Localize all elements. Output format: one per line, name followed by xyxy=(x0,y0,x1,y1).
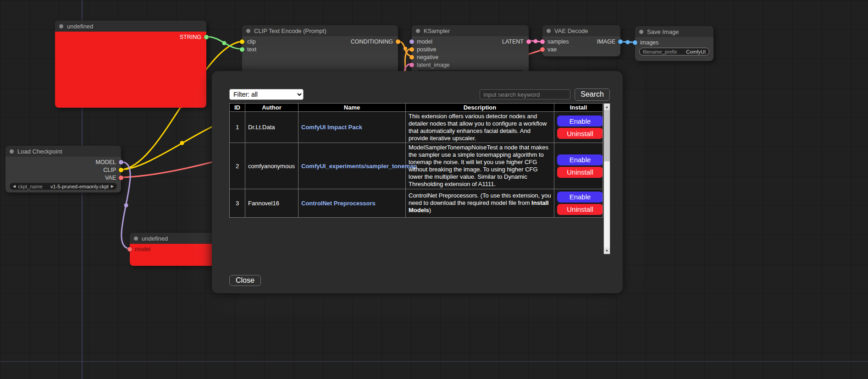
input-slot-model[interactable]: model xyxy=(409,38,432,45)
latent-slot-dot[interactable] xyxy=(526,39,531,44)
scroll-up-icon[interactable]: ▲ xyxy=(604,104,610,110)
description-text: ControlNet Preprocessors. (To use this e… xyxy=(409,192,551,206)
scrollbar-thumb[interactable] xyxy=(604,110,610,161)
uninstall-button[interactable]: Uninstall xyxy=(557,204,603,215)
enable-button[interactable]: Enable xyxy=(557,192,603,203)
output-slot-vae[interactable]: VAE xyxy=(105,175,123,181)
string-slot-dot[interactable] xyxy=(204,35,209,39)
clip-slot-dot[interactable] xyxy=(240,39,244,44)
widget-right-arrow-icon[interactable]: ▶ xyxy=(111,184,114,188)
cell-id: 1 xyxy=(230,112,245,143)
output-slot-clip[interactable]: CLIP xyxy=(103,167,123,173)
table-scrollbar[interactable]: ▲ ▼ xyxy=(603,103,610,254)
node-title: Save Image xyxy=(647,28,679,35)
link-midpoint xyxy=(626,40,630,44)
extension-link[interactable]: ComfyUI_experiments/sampler_tonemap xyxy=(301,163,417,170)
output-slot-model[interactable]: MODEL xyxy=(96,159,123,165)
node-load-checkpoint[interactable]: Load Checkpoint MODEL CLIP VAE ◀ ckpt_na… xyxy=(6,146,121,192)
link-midpoint xyxy=(222,41,227,45)
cell-install: EnableUninstall xyxy=(554,143,603,189)
positive-slot-dot[interactable] xyxy=(409,47,414,52)
cell-author: comfyanonymous xyxy=(245,143,299,189)
search-input[interactable] xyxy=(480,89,570,99)
vae-slot-dot[interactable] xyxy=(119,176,123,180)
input-slot-negative[interactable]: negative xyxy=(409,54,438,60)
collapse-dot[interactable] xyxy=(10,149,14,154)
extension-link[interactable]: ControlNet Preprocessors xyxy=(301,200,376,207)
output-slot-latent[interactable]: LATENT xyxy=(502,38,531,45)
cell-install: EnableUninstall xyxy=(554,189,603,217)
node-header[interactable]: undefined xyxy=(55,21,206,32)
output-slot-string[interactable]: STRING xyxy=(180,34,209,40)
dialog-topbar: Filter: all Search xyxy=(229,88,610,100)
input-slot-latent-image[interactable]: latent_image xyxy=(409,62,450,68)
node-undefined-top[interactable]: undefined STRING xyxy=(55,21,206,108)
collapse-dot[interactable] xyxy=(59,24,63,28)
collapse-dot[interactable] xyxy=(547,29,551,33)
model-slot-dot[interactable] xyxy=(409,39,414,44)
node-header[interactable]: Save Image xyxy=(635,26,713,37)
model-slot-dot[interactable] xyxy=(119,160,123,165)
uninstall-button[interactable]: Uninstall xyxy=(557,167,603,178)
image-slot-dot[interactable] xyxy=(618,39,623,44)
node-save-image[interactable]: Save Image images filename_prefix ComfyU… xyxy=(635,26,713,61)
collapse-dot[interactable] xyxy=(246,29,250,33)
negative-slot-dot[interactable] xyxy=(409,55,414,60)
collapse-dot[interactable] xyxy=(134,236,138,241)
node-header[interactable]: CLIP Text Encode (Prompt) xyxy=(242,25,398,36)
cell-author: Fannovel16 xyxy=(245,189,299,217)
samples-slot-dot[interactable] xyxy=(540,39,545,44)
input-slot-clip[interactable]: clip xyxy=(240,38,256,45)
node-vae-decode[interactable]: VAE Decode samples IMAGE vae xyxy=(542,25,620,56)
table-header-row: IDAuthorNameDescriptionInstall xyxy=(230,104,603,112)
node-title: undefined xyxy=(142,235,168,242)
column-header-id: ID xyxy=(230,104,245,112)
uninstall-button[interactable]: Uninstall xyxy=(557,128,603,139)
node-header[interactable]: KSampler xyxy=(412,25,529,36)
filter-select[interactable]: Filter: all xyxy=(229,89,304,100)
widget-left-arrow-icon[interactable]: ◀ xyxy=(13,184,16,188)
latent-image-slot-dot[interactable] xyxy=(409,63,414,67)
column-header-description: Description xyxy=(406,104,554,112)
search-button[interactable]: Search xyxy=(575,88,610,101)
input-slot-vae[interactable]: vae xyxy=(540,46,557,53)
node-header[interactable]: Load Checkpoint xyxy=(6,146,121,157)
enable-button[interactable]: Enable xyxy=(557,115,603,126)
conditioning-slot-dot[interactable] xyxy=(396,39,400,44)
input-slot-model[interactable]: model xyxy=(127,246,150,253)
enable-button[interactable]: Enable xyxy=(557,154,603,165)
column-header-author: Author xyxy=(245,104,299,112)
filename-prefix-widget[interactable]: filename_prefix ComfyUI xyxy=(639,48,709,55)
cell-description: This extension offers various detector n… xyxy=(406,112,554,143)
node-header[interactable]: VAE Decode xyxy=(542,25,620,36)
cell-description: ControlNet Preprocessors. (To use this e… xyxy=(406,189,554,217)
ckpt-name-widget[interactable]: ◀ ckpt_name v1-5-pruned-emaonly.ckpt ▶ xyxy=(10,183,117,190)
extension-row: 2comfyanonymousComfyUI_experiments/sampl… xyxy=(230,143,603,189)
extensions-table: IDAuthorNameDescriptionInstall 1Dr.Lt.Da… xyxy=(229,103,603,218)
text-slot-dot[interactable] xyxy=(240,47,244,52)
output-slot-conditioning[interactable]: CONDITIONING xyxy=(351,38,400,45)
input-slot-positive[interactable]: positive xyxy=(409,46,436,53)
model-slot-dot[interactable] xyxy=(127,247,132,252)
input-slot-samples[interactable]: samples xyxy=(540,38,569,45)
node-title: KSampler xyxy=(424,27,450,34)
images-slot-dot[interactable] xyxy=(633,40,637,45)
column-header-install: Install xyxy=(554,104,603,112)
node-title: VAE Decode xyxy=(554,27,588,34)
collapse-dot[interactable] xyxy=(416,29,420,33)
scroll-down-icon[interactable]: ▼ xyxy=(604,247,610,254)
input-slot-images[interactable]: images xyxy=(633,39,658,46)
input-slot-text[interactable]: text xyxy=(240,46,256,53)
extensions-table-wrap: IDAuthorNameDescriptionInstall 1Dr.Lt.Da… xyxy=(229,103,610,255)
cell-name: ControlNet Preprocessors xyxy=(299,189,406,217)
cell-author: Dr.Lt.Data xyxy=(245,112,299,143)
clip-slot-dot[interactable] xyxy=(119,168,123,172)
description-text: ) xyxy=(429,207,431,214)
close-button[interactable]: Close xyxy=(229,275,261,286)
output-slot-image[interactable]: IMAGE xyxy=(597,38,623,45)
vae-slot-dot[interactable] xyxy=(540,47,545,52)
cell-name: ComfyUI_experiments/sampler_tonemap xyxy=(299,143,406,189)
collapse-dot[interactable] xyxy=(639,30,643,34)
cell-description: ModelSamplerTonemapNoiseTest a node that… xyxy=(406,143,554,189)
extension-link[interactable]: ComfyUI Impact Pack xyxy=(301,124,362,131)
